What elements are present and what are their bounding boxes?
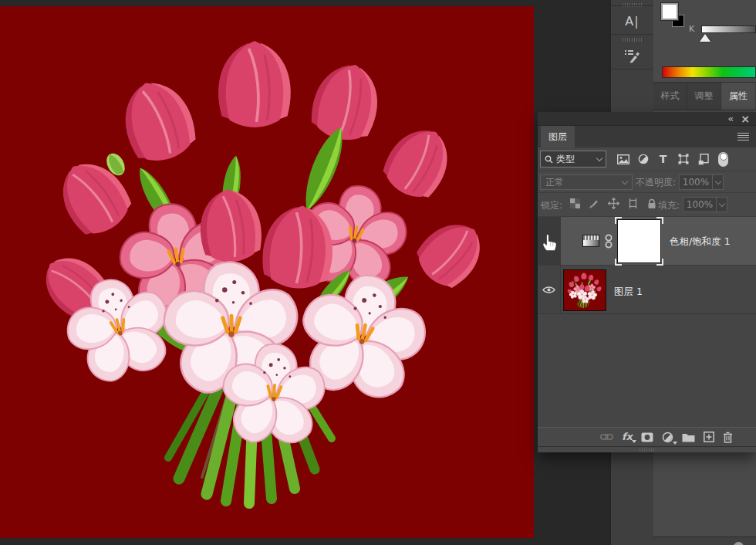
filter-adjustment-layers-button[interactable]	[636, 154, 650, 164]
add-layer-mask-button[interactable]	[641, 432, 653, 442]
layer-name[interactable]: 色相/饱和度 1	[670, 235, 731, 249]
new-layer-button[interactable]	[704, 432, 714, 442]
search-icon	[545, 155, 553, 164]
lock-artboard-nesting-button[interactable]	[626, 198, 639, 209]
tab-layers[interactable]: 图层	[541, 126, 575, 147]
opacity-value[interactable]: 100%	[680, 175, 712, 189]
opacity-label: 不透明度:	[636, 176, 676, 189]
brush-settings-icon	[624, 49, 641, 64]
character-panel-icon: A|	[625, 14, 639, 29]
panel-menu-icon[interactable]	[737, 133, 749, 140]
layers-panel-titlebar: « ×	[538, 112, 756, 126]
filter-type-layers-button[interactable]: T	[656, 153, 670, 165]
k-slider[interactable]	[701, 25, 756, 33]
k-slider-label: K	[689, 24, 694, 34]
filter-on-off-toggle[interactable]	[718, 152, 728, 167]
color-panel: K	[653, 0, 756, 83]
panel-tab-group: 样式 调整 属性	[653, 83, 756, 110]
blend-mode-select[interactable]: 正常	[540, 174, 633, 190]
layer-mask-thumbnail[interactable]	[617, 219, 661, 263]
resize-grip[interactable]	[640, 449, 655, 452]
fill-dropdown-button[interactable]	[716, 198, 727, 212]
filter-kind-buttons: T	[616, 151, 728, 168]
foreground-color-swatch[interactable]	[661, 3, 678, 20]
layer-style-button[interactable]: fx	[622, 432, 633, 442]
filter-shape-layers-button[interactable]	[677, 154, 690, 164]
blend-opacity-row: 正常 不透明度: 100%	[538, 171, 756, 193]
visibility-toggle[interactable]	[538, 266, 561, 313]
lock-buttons	[569, 198, 658, 209]
document-canvas[interactable]	[0, 6, 534, 538]
link-layers-button[interactable]	[600, 433, 613, 441]
brush-settings-button[interactable]	[611, 43, 653, 69]
photoshop-workspace: A| K 样式 调整 属性	[0, 0, 756, 545]
lock-label: 锁定:	[541, 199, 562, 212]
lock-image-pixels-button[interactable]	[588, 198, 600, 209]
add-adjustment-layer-button[interactable]	[662, 432, 673, 443]
mask-link-icon[interactable]	[605, 234, 613, 249]
hue-saturation-adjustment-icon[interactable]	[582, 235, 599, 247]
layer-thumbnail-art	[564, 270, 606, 310]
fx-icon: fx	[622, 432, 633, 442]
filter-type-dropdown[interactable]: 类型	[540, 151, 606, 168]
mask-selection-corner	[615, 259, 622, 266]
layer-thumbnail[interactable]	[563, 269, 606, 311]
panel-resize-strip[interactable]	[538, 446, 756, 452]
lock-transparent-pixels-button[interactable]	[569, 198, 581, 208]
close-panel-button[interactable]: ×	[741, 115, 750, 123]
fill-label: 填充:	[658, 199, 680, 212]
tab-styles[interactable]: 样式	[653, 83, 687, 110]
lock-position-button[interactable]	[607, 198, 619, 209]
layers-list: 色相/饱和度 1 图层 1	[538, 217, 756, 427]
eye-icon	[542, 286, 555, 294]
panel-grip[interactable]	[623, 38, 643, 42]
hand-pointer-cursor	[541, 231, 558, 252]
layer-filter-row: 类型 T	[538, 147, 756, 171]
layer-name[interactable]: 图层 1	[614, 286, 643, 299]
layers-panel: « × 图层 类型 T	[538, 112, 756, 452]
blend-mode-value: 正常	[545, 176, 623, 189]
color-spectrum-ramp[interactable]	[662, 66, 756, 78]
toggle-knob	[720, 153, 727, 161]
dock-bottom-strip	[653, 537, 756, 545]
partial-panel-icon	[734, 542, 744, 545]
chevron-down-icon	[596, 154, 602, 161]
chevron-down-icon	[622, 178, 628, 184]
layer-row-layer1[interactable]: 图层 1	[538, 266, 756, 314]
mask-selection-corner	[656, 217, 663, 224]
filter-type-label: 类型	[556, 153, 594, 166]
layers-panel-footer: fx	[538, 427, 756, 446]
layer-row-hue-saturation[interactable]: 色相/饱和度 1	[538, 217, 756, 266]
caret-down-icon	[632, 440, 636, 443]
mask-selection-corner	[656, 259, 663, 266]
opacity-control[interactable]: 100%	[679, 174, 724, 190]
lock-all-button[interactable]	[646, 198, 658, 209]
canvas-viewport[interactable]	[0, 0, 609, 545]
character-panel-button[interactable]: A|	[611, 8, 653, 35]
filter-pixel-layers-button[interactable]	[616, 154, 629, 164]
fill-control[interactable]: 100%	[683, 197, 727, 212]
caret-down-icon	[673, 442, 677, 445]
new-group-button[interactable]	[682, 432, 695, 442]
tab-adjustments[interactable]: 调整	[687, 83, 721, 110]
mask-selection-corner	[615, 217, 622, 224]
dock-divider	[611, 5, 653, 6]
opacity-dropdown-button[interactable]	[712, 175, 723, 189]
filter-smart-objects-button[interactable]	[697, 154, 710, 165]
k-slider-thumb[interactable]	[700, 34, 710, 42]
lock-fill-row: 锁定: 填充: 100%	[538, 193, 756, 217]
collapse-to-icons-button[interactable]: «	[727, 115, 733, 123]
visibility-toggle[interactable]	[538, 217, 561, 265]
tab-properties[interactable]: 属性	[721, 83, 755, 110]
fill-value[interactable]: 100%	[683, 198, 716, 212]
layers-tab-bar: 图层	[538, 126, 756, 147]
delete-layer-button[interactable]	[723, 432, 733, 443]
bouquet-artwork	[0, 6, 534, 538]
